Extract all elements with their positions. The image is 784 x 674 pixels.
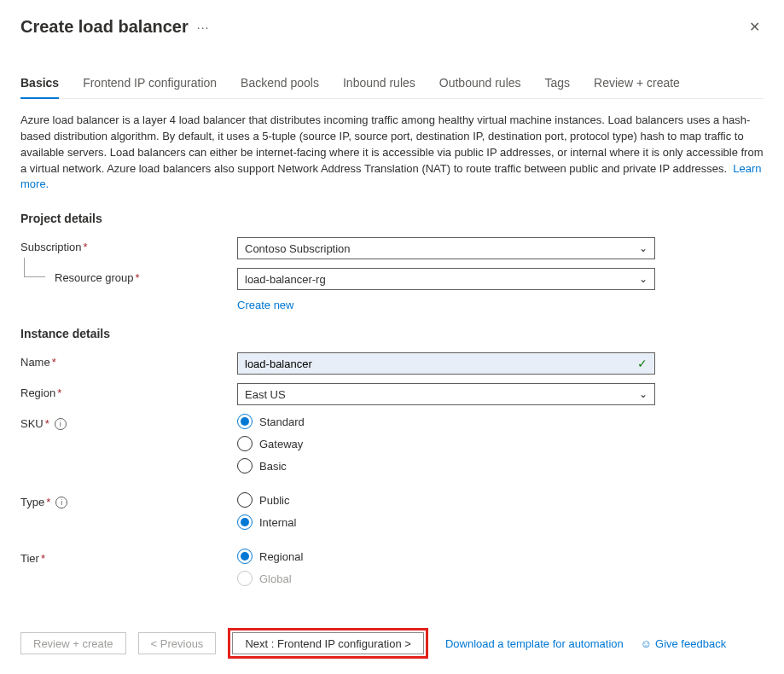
more-icon[interactable]: ··· [197,20,210,34]
region-label: Region* [20,383,237,399]
next-button-highlight: Next : Frontend IP configuration > [228,628,428,659]
tab-inbound-rules[interactable]: Inbound rules [343,71,415,98]
resource-group-label: Resource group* [20,268,237,284]
previous-button[interactable]: < Previous [138,632,217,654]
tier-regional[interactable]: Regional [237,549,655,564]
info-icon[interactable]: i [55,418,67,430]
sku-radio-group: Standard Gateway Basic [237,414,655,474]
region-select[interactable]: East US ⌄ [237,383,655,405]
tab-tags[interactable]: Tags [545,71,571,98]
feedback-label: Give feedback [655,637,726,650]
section-project-details: Project details [20,212,764,225]
subscription-select[interactable]: Contoso Subscription ⌄ [237,237,655,259]
region-value: East US [245,388,286,401]
name-input[interactable]: ✓ [237,352,655,375]
type-public[interactable]: Public [237,492,655,508]
give-feedback-link[interactable]: ☺ Give feedback [641,637,726,650]
check-icon: ✓ [637,357,648,370]
resource-group-value: load-balancer-rg [245,273,326,286]
section-instance-details: Instance details [20,327,764,340]
close-icon[interactable]: ✕ [746,15,764,38]
feedback-icon: ☺ [641,637,652,650]
tier-global: Global [237,571,655,586]
subscription-value: Contoso Subscription [245,242,351,255]
download-template-link[interactable]: Download a template for automation [445,637,624,650]
name-label: Name* [20,352,237,369]
tab-backend-pools[interactable]: Backend pools [241,71,319,98]
type-internal[interactable]: Internal [237,514,655,530]
description-body: Azure load balancer is a layer 4 load ba… [20,113,763,175]
chevron-down-icon: ⌄ [639,388,648,400]
tab-basics[interactable]: Basics [20,71,59,98]
page-title: Create load balancer [20,17,189,37]
sku-basic[interactable]: Basic [237,458,655,474]
tab-review-create[interactable]: Review + create [594,71,680,98]
sku-gateway[interactable]: Gateway [237,436,655,451]
create-new-link[interactable]: Create new [237,299,293,311]
chevron-down-icon: ⌄ [639,242,648,254]
description-text: Azure load balancer is a layer 4 load ba… [20,113,764,193]
tab-frontend-ip[interactable]: Frontend IP configuration [83,71,217,98]
sku-label: SKU* i [20,414,237,430]
name-input-field[interactable] [245,357,648,370]
sku-standard[interactable]: Standard [237,414,655,429]
next-button[interactable]: Next : Frontend IP configuration > [232,632,424,654]
tier-radio-group: Regional Global [237,549,655,586]
info-icon[interactable]: i [55,497,67,508]
resource-group-select[interactable]: load-balancer-rg ⌄ [237,268,655,290]
tab-outbound-rules[interactable]: Outbound rules [439,71,521,98]
chevron-down-icon: ⌄ [639,273,648,285]
type-radio-group: Public Internal [237,492,655,530]
review-create-button[interactable]: Review + create [20,632,126,654]
tabs-bar: Basics Frontend IP configuration Backend… [20,71,764,99]
subscription-label: Subscription* [20,237,237,253]
type-label: Type* i [20,492,237,508]
tier-label: Tier* [20,549,237,565]
